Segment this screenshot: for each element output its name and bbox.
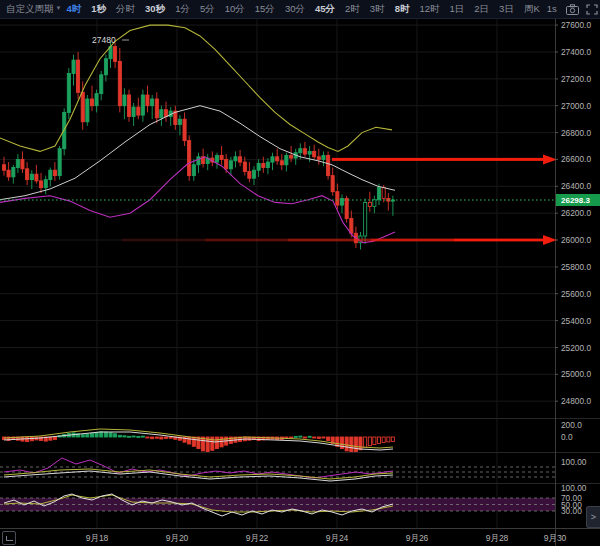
candle-body [146, 95, 149, 106]
hist-bar [313, 437, 316, 438]
candle-body [164, 110, 167, 117]
hist-bar [151, 437, 154, 439]
period-item[interactable]: 1分 [170, 0, 195, 18]
candle-body [257, 164, 260, 171]
hist-bar [114, 434, 117, 437]
hist-bar [192, 437, 195, 446]
candle-body [160, 110, 163, 118]
support-line[interactable] [288, 239, 371, 242]
price-axis-label: 25200.0 [561, 343, 591, 353]
hist-bar [336, 437, 339, 446]
candle-body [350, 219, 353, 234]
candle-body [26, 169, 29, 180]
candle-body [123, 95, 126, 106]
support-line[interactable] [371, 239, 454, 242]
candle-body [91, 99, 94, 106]
hist-bar [317, 437, 320, 438]
hist-bar [327, 437, 330, 441]
period-item[interactable]: 1日 [445, 0, 470, 18]
hist-bar [299, 436, 302, 437]
candle-body [303, 149, 306, 154]
candle-body [30, 174, 33, 179]
candle-body [114, 47, 117, 62]
price-axis-label: 24800.0 [561, 396, 591, 406]
candle-body [382, 188, 385, 199]
period-item[interactable]: 4时 [61, 0, 86, 18]
hist-axis-label: 200.0 [561, 420, 582, 430]
hist-bar [132, 436, 135, 437]
custom-period-dropdown[interactable]: 自定义周期 ▼ [0, 3, 61, 16]
candle-body [40, 181, 43, 188]
candle-body [53, 170, 56, 175]
support-line[interactable] [122, 239, 205, 242]
sidebar-expander-button[interactable]: > [586, 506, 600, 528]
hist-bar [368, 437, 371, 446]
period-item[interactable]: 30分 [280, 0, 310, 18]
candle-body [377, 188, 380, 200]
candle-body [81, 92, 84, 122]
candle-body [313, 151, 316, 156]
candle-body [290, 155, 293, 158]
resistance-arrow-icon [543, 154, 557, 164]
hist-bar [345, 437, 348, 451]
hist-bar [364, 437, 367, 447]
period-item[interactable]: 5分 [195, 0, 220, 18]
fullscreen-icon[interactable] [586, 4, 598, 15]
osc-line-magenta [4, 458, 393, 478]
candle-body [345, 198, 348, 218]
period-item[interactable]: 8时 [390, 0, 415, 18]
period-item[interactable]: 45分 [310, 0, 340, 18]
price-axis-label: 25600.0 [561, 289, 591, 299]
candle-body [364, 202, 367, 236]
resistance-line[interactable] [332, 158, 544, 161]
hist-bar [377, 437, 380, 443]
price-axis-label: 27000.0 [561, 101, 591, 111]
period-item[interactable]: 30秒 [140, 0, 170, 18]
candle-body [192, 165, 195, 176]
candle-body [239, 157, 242, 162]
candle-body [141, 95, 144, 115]
screenshot-camera-icon[interactable] [566, 4, 579, 15]
main-chart[interactable]: 26298.32748027600.027400.027200.027000.0… [0, 0, 600, 546]
hist-bar [382, 437, 385, 443]
candle-body [340, 198, 343, 205]
candle-body [104, 59, 107, 75]
period-item[interactable]: 3日 [494, 0, 519, 18]
chart-tools-icon[interactable] [2, 531, 16, 545]
candle-body [86, 99, 89, 122]
support-line[interactable] [454, 239, 544, 242]
date-axis-label: 9月22 [246, 533, 269, 543]
price-axis-label: 25800.0 [561, 262, 591, 272]
hist-axis-label: 0.0 [561, 432, 573, 442]
candle-body [183, 119, 186, 140]
candle-body [299, 149, 302, 153]
hist-bar [373, 437, 376, 445]
period-item[interactable]: 3时 [365, 0, 390, 18]
period-item[interactable]: 2日 [469, 0, 494, 18]
hist-bar [303, 437, 306, 438]
period-item[interactable]: 分时 [111, 0, 140, 18]
hist-bar [308, 436, 311, 437]
hist-bar [146, 437, 149, 438]
support-line[interactable] [205, 239, 288, 242]
hist-bar [26, 437, 29, 442]
period-item[interactable]: 1秒 [86, 0, 111, 18]
candle-body [225, 159, 228, 168]
period-item[interactable]: 10分 [220, 0, 250, 18]
period-item[interactable]: 周K [519, 0, 545, 18]
hist-bar [104, 432, 107, 437]
candle-body [16, 159, 19, 167]
candle-body [308, 151, 311, 154]
candle-body [12, 168, 15, 177]
period-item[interactable]: 2时 [340, 0, 365, 18]
price-axis-label: 27200.0 [561, 74, 591, 84]
custom-period-label: 自定义周期 [6, 3, 54, 16]
period-item[interactable]: 12时 [414, 0, 444, 18]
candle-body [280, 161, 283, 165]
period-item[interactable]: 15分 [250, 0, 280, 18]
date-axis-label: 9月20 [166, 533, 189, 543]
candle-body [58, 149, 61, 176]
price-axis-label: 26600.0 [561, 154, 591, 164]
price-axis-label: 25000.0 [561, 369, 591, 379]
candle-body [95, 94, 98, 106]
